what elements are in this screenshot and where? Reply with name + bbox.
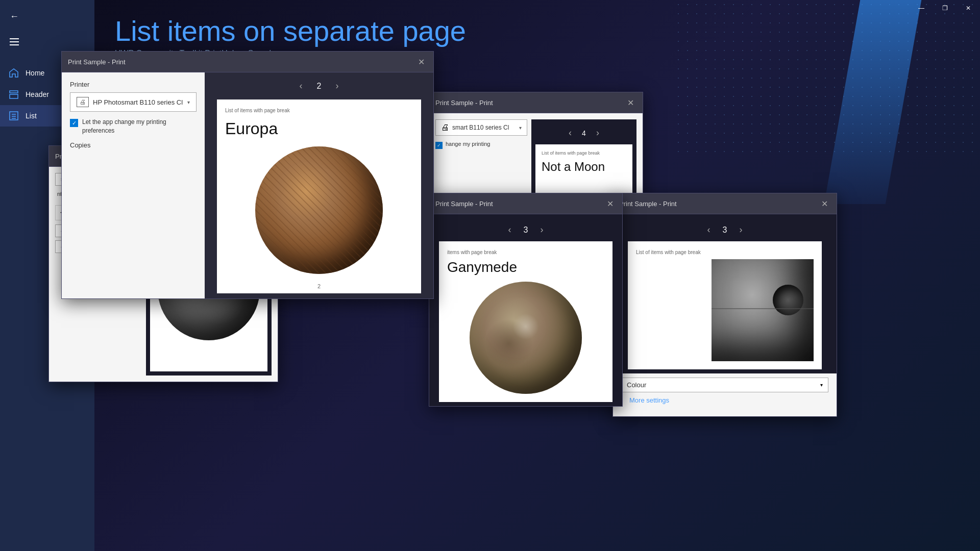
hamburger-line-2 [10, 41, 19, 42]
printer-label: Printer [70, 81, 197, 88]
back-button[interactable]: ← [4, 6, 24, 27]
dialog-left-panel: Printer 🖨 HP Photosmart B110 series Cl ▾… [62, 72, 205, 298]
list-icon [8, 110, 19, 121]
death-star-next[interactable]: › [735, 222, 746, 237]
preview-bottom-page-num: 2 [317, 283, 321, 289]
dialog-ganymede-close[interactable]: ✕ [604, 197, 616, 210]
preview-page: List of items with page break Europa 2 [217, 99, 421, 293]
hamburger-button[interactable] [4, 32, 24, 52]
ganymede-prev[interactable]: ‹ [504, 222, 516, 237]
preview-navigation: ‹ 2 › [285, 72, 353, 99]
dialog-ganymede-title: Print Sample - Print [435, 200, 493, 208]
not-moon-prev[interactable]: ‹ [565, 126, 576, 140]
more-settings-link[interactable]: More settings [621, 392, 828, 408]
preview-page-number: 2 [317, 82, 322, 91]
home-icon [8, 67, 19, 79]
printing-prefs-row: ✓ Let the app change my printing prefere… [70, 118, 197, 135]
death-star-prev[interactable]: ‹ [703, 222, 715, 237]
dialog-death-star-title: Print Sample - Print [619, 200, 677, 208]
ganymede-preview-header: items with page break [447, 249, 604, 255]
not-moon-checkbox-label: hange my printing [446, 141, 490, 147]
dialog-not-moon-titlebar: Print Sample - Print ✕ [429, 92, 643, 113]
sidebar-list-label: List [26, 112, 37, 120]
sidebar-home-label: Home [26, 69, 44, 77]
svg-rect-1 [10, 94, 18, 98]
printer-icon: 🖨 [77, 97, 89, 107]
preview-next-button[interactable]: › [331, 79, 342, 93]
printer-dropdown[interactable]: 🖨 HP Photosmart B110 series Cl ▾ [70, 92, 197, 112]
dialog-ganymede-titlebar: Print Sample - Print ✕ [429, 193, 622, 214]
death-star-page-num: 3 [723, 226, 727, 235]
death-star-image [712, 259, 814, 361]
not-moon-preview-header: List of items with page break [542, 151, 626, 156]
dialog-main-titlebar: Print Sample - Print ✕ [62, 52, 433, 72]
not-moon-printer-text: smart B110 series Cl [452, 124, 509, 131]
dialog-death-star-close[interactable]: ✕ [818, 197, 830, 210]
svg-rect-0 [10, 91, 18, 93]
dialog-not-moon-title: Print Sample - Print [435, 99, 493, 107]
dialog-main-close[interactable]: ✕ [415, 56, 427, 68]
dialog-not-moon-close[interactable]: ✕ [624, 96, 636, 109]
ganymede-image [470, 282, 582, 394]
preview-page-header: List of items with page break [225, 108, 413, 113]
not-moon-page-num: 4 [582, 129, 586, 137]
not-moon-preview-title: Not a Moon [542, 160, 626, 174]
back-icon: ← [10, 11, 19, 22]
ganymede-preview-title: Ganymede [447, 259, 604, 276]
not-moon-next[interactable]: › [592, 126, 603, 140]
printing-prefs-label: Let the app change my printing preferenc… [82, 118, 197, 135]
sidebar-header-label: Header [26, 90, 49, 98]
preview-page-title: Europa [225, 119, 413, 138]
dialog-right-preview: ‹ 2 › List of items with page break Euro… [205, 72, 433, 298]
page-title: List items on separate page [115, 15, 960, 47]
dialog-ganymede: Print Sample - Print ✕ ‹ 3 › items with … [429, 193, 623, 407]
death-star-preview-header: List of items with page break [636, 249, 814, 255]
printing-prefs-checkbox[interactable]: ✓ [70, 119, 78, 127]
dialog-main: Print Sample - Print ✕ Printer 🖨 HP Phot… [61, 51, 434, 299]
header-icon [8, 89, 19, 100]
dialog-death-star-titlebar: Print Sample - Print ✕ [613, 193, 837, 214]
ganymede-next[interactable]: › [536, 222, 547, 237]
check-icon: ✓ [72, 120, 77, 127]
dropdown-chevron-icon: ▾ [187, 99, 190, 105]
hamburger-line-1 [10, 38, 19, 39]
printer-name: HP Photosmart B110 series Cl [93, 98, 183, 106]
copies-label: Copies [70, 141, 197, 149]
dialog-main-title: Print Sample - Print [68, 58, 126, 66]
colour-dropdown[interactable]: Colour ▾ [621, 378, 828, 392]
hamburger-line-3 [10, 44, 19, 45]
dialog-main-body: Printer 🖨 HP Photosmart B110 series Cl ▾… [62, 72, 433, 298]
dialog-death-star: Print Sample - Print ✕ ‹ 3 › List of ite… [612, 193, 837, 417]
europa-image [255, 146, 383, 274]
preview-prev-button[interactable]: ‹ [296, 79, 307, 93]
ganymede-page-num: 3 [524, 226, 528, 235]
